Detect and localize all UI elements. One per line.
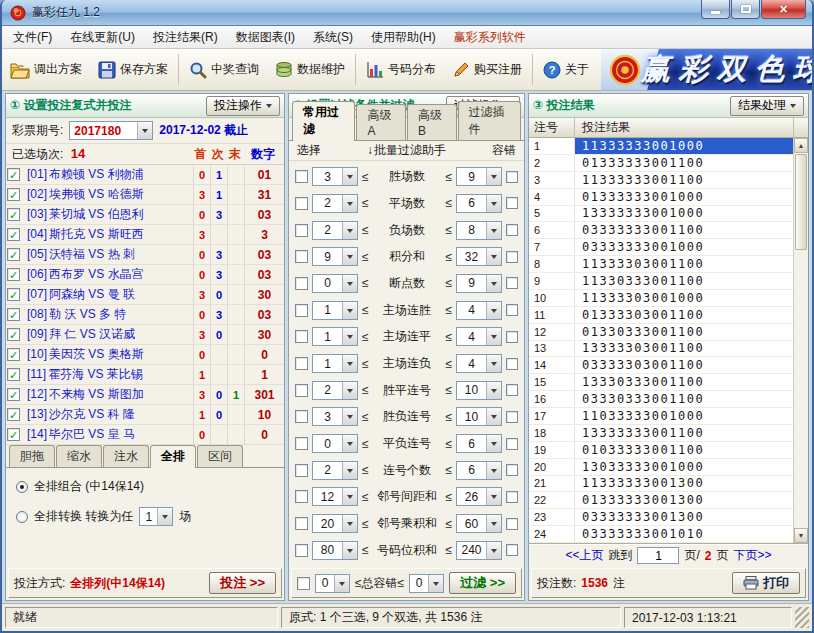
pick-second-cell[interactable] xyxy=(210,345,227,364)
result-scrollbar[interactable]: ▲ ▼ xyxy=(793,138,808,543)
filter-min-combo[interactable]: 1 xyxy=(312,327,358,346)
chevron-down-icon[interactable] xyxy=(486,168,501,185)
filter-max-combo[interactable]: 9 xyxy=(456,167,502,186)
pick-second-cell[interactable]: 0 xyxy=(210,405,227,424)
filter-tab[interactable]: 高级B xyxy=(407,104,457,140)
chevron-down-icon[interactable] xyxy=(342,222,357,239)
chevron-down-icon[interactable] xyxy=(486,515,501,532)
bet-button[interactable]: 投注 >> xyxy=(209,572,276,594)
jump-page-input[interactable] xyxy=(637,547,679,564)
filter-select-checkbox[interactable] xyxy=(295,464,308,477)
pick-first-cell[interactable]: 0 xyxy=(193,425,210,444)
filter-tolerance-checkbox[interactable] xyxy=(506,331,518,343)
filter-select-checkbox[interactable] xyxy=(295,410,308,423)
filter-select-checkbox[interactable] xyxy=(295,544,308,557)
chevron-down-icon[interactable] xyxy=(342,248,357,265)
menu-item[interactable]: 系统(S) xyxy=(304,26,362,48)
filter-select-checkbox[interactable] xyxy=(295,330,308,343)
chevron-down-icon[interactable] xyxy=(486,382,501,399)
filter-tolerance-checkbox[interactable] xyxy=(506,518,518,530)
filter-select-checkbox[interactable] xyxy=(295,250,308,263)
filter-col-helper[interactable]: 批量过滤助手 xyxy=(374,143,446,157)
filter-tolerance-checkbox[interactable] xyxy=(506,251,518,263)
filter-button[interactable]: 过滤 >> xyxy=(449,572,516,594)
scrollbar-thumb[interactable] xyxy=(795,154,807,250)
filter-tolerance-checkbox[interactable] xyxy=(506,491,518,503)
filter-min-combo[interactable]: 1 xyxy=(312,301,358,320)
bet-action-button[interactable]: 投注操作 xyxy=(206,96,280,116)
menu-item[interactable]: 使用帮助(H) xyxy=(362,26,445,48)
result-row[interactable]: 21 11333333001300 xyxy=(529,476,793,493)
filter-select-checkbox[interactable] xyxy=(295,517,308,530)
filter-min-combo[interactable]: 3 xyxy=(312,167,358,186)
pick-first-cell[interactable]: 3 xyxy=(193,185,210,204)
filter-min-combo[interactable]: 2 xyxy=(312,381,358,400)
chevron-down-icon[interactable] xyxy=(486,435,501,452)
filter-min-combo[interactable]: 12 xyxy=(312,487,358,506)
filter-tolerance-checkbox[interactable] xyxy=(506,464,518,476)
chevron-down-icon[interactable] xyxy=(342,302,357,319)
pick-first-cell[interactable]: 3 xyxy=(193,285,210,304)
filter-tab[interactable]: 常用过滤 xyxy=(292,101,355,141)
pick-second-cell[interactable] xyxy=(210,425,227,444)
filter-max-combo[interactable]: 10 xyxy=(456,381,502,400)
match-checkbox[interactable]: ✓ xyxy=(7,228,20,241)
match-checkbox[interactable]: ✓ xyxy=(7,348,20,361)
filter-max-combo[interactable]: 32 xyxy=(456,247,502,266)
filter-max-combo[interactable]: 26 xyxy=(456,487,502,506)
result-row[interactable]: 6 03333333001100 xyxy=(529,222,793,239)
pick-first-cell[interactable]: 0 xyxy=(193,245,210,264)
result-row[interactable]: 1 11333333001000 xyxy=(529,138,793,155)
filter-tolerance-checkbox[interactable] xyxy=(506,438,518,450)
chevron-down-icon[interactable] xyxy=(486,222,501,239)
scroll-down-icon[interactable]: ▼ xyxy=(794,528,808,543)
result-row[interactable]: 14 03333303001100 xyxy=(529,357,793,374)
filter-select-checkbox[interactable] xyxy=(295,490,308,503)
filter-tolerance-checkbox[interactable] xyxy=(506,224,518,236)
pick-first-cell[interactable]: 0 xyxy=(193,305,210,324)
filter-max-combo[interactable]: 8 xyxy=(456,221,502,240)
filter-min-combo[interactable]: 0 xyxy=(312,434,358,453)
filter-max-combo[interactable]: 4 xyxy=(456,354,502,373)
filter-tab[interactable]: 过滤插件 xyxy=(458,101,521,140)
filter-tolerance-checkbox[interactable] xyxy=(506,384,518,396)
about-button[interactable]: ? 关于 xyxy=(535,49,597,90)
result-row[interactable]: 24 03333333001010 xyxy=(529,526,793,543)
match-checkbox[interactable]: ✓ xyxy=(7,408,20,421)
pick-second-cell[interactable]: 0 xyxy=(210,285,227,304)
pick-first-cell[interactable]: 1 xyxy=(193,405,210,424)
result-row[interactable]: 20 13033333001000 xyxy=(529,459,793,476)
pick-second-cell[interactable] xyxy=(210,365,227,384)
pick-last-cell[interactable] xyxy=(227,345,244,364)
result-row[interactable]: 22 01333333001300 xyxy=(529,492,793,509)
pick-second-cell[interactable]: 3 xyxy=(210,205,227,224)
filter-min-combo[interactable]: 1 xyxy=(312,354,358,373)
filter-min-combo[interactable]: 0 xyxy=(312,274,358,293)
match-checkbox[interactable]: ✓ xyxy=(7,268,20,281)
menu-item[interactable]: 赢彩系列软件 xyxy=(445,26,535,48)
save-scheme-button[interactable]: 保存方案 xyxy=(90,49,176,90)
filter-min-combo[interactable]: 2 xyxy=(312,194,358,213)
chevron-down-icon[interactable] xyxy=(342,168,357,185)
result-row[interactable]: 19 01033333001100 xyxy=(529,442,793,459)
result-row[interactable]: 23 03333333001300 xyxy=(529,509,793,526)
filter-min-combo[interactable]: 2 xyxy=(312,221,358,240)
filter-max-combo[interactable]: 240 xyxy=(456,541,502,560)
pick-second-cell[interactable]: 0 xyxy=(210,385,227,404)
filter-max-combo[interactable]: 6 xyxy=(456,461,502,480)
chevron-down-icon[interactable] xyxy=(342,408,357,425)
filter-select-checkbox[interactable] xyxy=(295,170,308,183)
total-tolerance-max-combo[interactable]: 0 xyxy=(409,574,444,593)
result-row[interactable]: 15 13330333001100 xyxy=(529,374,793,391)
filter-select-checkbox[interactable] xyxy=(295,437,308,450)
radio-off-icon[interactable] xyxy=(16,511,28,523)
result-row[interactable]: 17 11033333001000 xyxy=(529,408,793,425)
menu-item[interactable]: 在线更新(U) xyxy=(61,26,144,48)
bet-tab[interactable]: 注水 xyxy=(103,445,149,467)
chevron-down-icon[interactable] xyxy=(157,508,172,525)
pick-last-cell[interactable] xyxy=(227,285,244,304)
pick-first-cell[interactable]: 0 xyxy=(193,345,210,364)
filter-max-combo[interactable]: 60 xyxy=(456,514,502,533)
chevron-down-icon[interactable] xyxy=(342,275,357,292)
chevron-down-icon[interactable] xyxy=(486,462,501,479)
